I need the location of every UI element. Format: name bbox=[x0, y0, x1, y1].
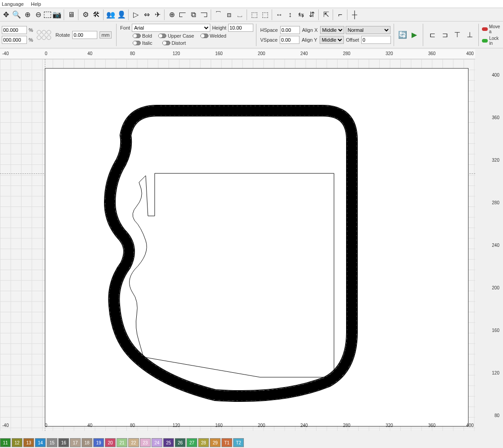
x-pos-field[interactable] bbox=[2, 26, 27, 34]
hspace-field[interactable] bbox=[280, 26, 300, 34]
camera-icon[interactable]: 📷 bbox=[52, 10, 62, 20]
toolbar-separator bbox=[78, 9, 79, 20]
move-front-icon[interactable]: ⇱ bbox=[321, 10, 331, 20]
ruler-tick: 240 bbox=[492, 243, 499, 248]
send-icon[interactable]: ✈ bbox=[152, 10, 162, 20]
ruler-tick: 280 bbox=[343, 423, 351, 428]
layer-swatch[interactable]: 23 bbox=[140, 438, 151, 447]
italic-toggle[interactable] bbox=[133, 41, 141, 45]
aligny-select[interactable]: Middle bbox=[320, 36, 344, 44]
layer-swatch[interactable]: 16 bbox=[58, 438, 69, 447]
ruler-tick: -40 bbox=[2, 51, 9, 56]
rotate-field[interactable] bbox=[72, 31, 97, 39]
layer-swatch[interactable]: 24 bbox=[152, 438, 162, 447]
bold-toggle[interactable] bbox=[133, 34, 141, 38]
lock-toggle[interactable] bbox=[482, 39, 488, 43]
wrench-icon[interactable]: 🛠 bbox=[91, 10, 101, 20]
refresh-icon[interactable]: 🔄 bbox=[398, 30, 408, 40]
hspace-label: HSpace bbox=[260, 27, 278, 33]
welded-toggle[interactable] bbox=[200, 34, 208, 38]
design-artwork[interactable] bbox=[103, 104, 359, 404]
person-icon[interactable]: 👤 bbox=[117, 10, 126, 20]
layer-swatch[interactable]: 27 bbox=[186, 438, 197, 447]
align-right-icon[interactable]: ⫎ bbox=[199, 10, 209, 20]
layer-swatch[interactable]: T1 bbox=[221, 438, 232, 447]
options-toolbar: % % Rotate mm Font Arial Height Bold Upp… bbox=[0, 22, 503, 48]
ruler-tick: 360 bbox=[492, 115, 499, 120]
design-grid bbox=[0, 59, 475, 431]
mirror-h-icon[interactable]: ⇔ bbox=[142, 10, 152, 20]
move-toggle[interactable] bbox=[482, 27, 488, 31]
layer-swatch[interactable]: 21 bbox=[117, 438, 127, 447]
italic-label: Italic bbox=[142, 40, 152, 46]
layer-swatch[interactable]: 20 bbox=[105, 438, 116, 447]
distribute-v-icon[interactable]: ⬚ bbox=[260, 10, 270, 20]
space-h-icon[interactable]: ⇆ bbox=[296, 10, 306, 20]
y-pos-field[interactable] bbox=[2, 36, 27, 44]
align-tool-2-icon[interactable]: ⊐ bbox=[440, 30, 450, 40]
pct-label: % bbox=[29, 37, 33, 43]
group-icon[interactable]: 👥 bbox=[106, 10, 116, 20]
toolbar-separator bbox=[247, 9, 247, 20]
layer-swatch[interactable]: T2 bbox=[233, 438, 244, 447]
selection-marquee-icon[interactable] bbox=[44, 12, 51, 18]
layer-swatch[interactable]: 13 bbox=[23, 438, 34, 447]
height-field[interactable] bbox=[228, 24, 253, 32]
zoom-in-icon[interactable]: ⊕ bbox=[22, 10, 32, 20]
unit-label[interactable]: mm bbox=[100, 31, 111, 39]
offset-field[interactable] bbox=[361, 36, 391, 44]
align-tool-4-icon[interactable]: ⊥ bbox=[465, 30, 475, 40]
align-center-v-icon[interactable]: ⧉ bbox=[188, 10, 198, 20]
align-tool-3-icon[interactable]: ⊤ bbox=[452, 30, 462, 40]
font-select[interactable]: Arial bbox=[132, 24, 210, 32]
uppercase-toggle[interactable] bbox=[158, 34, 166, 38]
flag-icon[interactable]: ▷ bbox=[131, 10, 141, 20]
alignx-select[interactable]: Middle bbox=[320, 26, 344, 34]
align-tool-1-icon[interactable]: ⊏ bbox=[427, 30, 437, 40]
menu-language[interactable]: Language bbox=[2, 1, 24, 7]
monitor-icon[interactable]: 🖥 bbox=[66, 10, 76, 20]
layer-swatch[interactable]: 18 bbox=[82, 438, 92, 447]
zoom-tool-icon[interactable]: 🔍 bbox=[12, 10, 22, 20]
gear-icon[interactable]: ⚙ bbox=[81, 10, 91, 20]
layer-swatch[interactable]: 26 bbox=[175, 438, 186, 447]
layer-swatch[interactable]: 14 bbox=[35, 438, 46, 447]
ruler-tick: 120 bbox=[173, 51, 180, 56]
center-icon[interactable]: ⊕ bbox=[167, 10, 177, 20]
same-width-icon[interactable]: ↔ bbox=[274, 10, 284, 20]
toolbar-separator bbox=[103, 9, 104, 20]
toolbar-separator bbox=[116, 24, 117, 46]
layer-swatch[interactable]: 25 bbox=[163, 438, 174, 447]
corner-icon[interactable]: ⌐ bbox=[335, 10, 345, 20]
snap-icon[interactable]: ┼ bbox=[350, 10, 360, 20]
layer-swatch[interactable]: 28 bbox=[198, 438, 209, 447]
toolbar-separator bbox=[211, 9, 212, 20]
ruler-tick: 40 bbox=[87, 423, 92, 428]
normal-select[interactable]: Normal bbox=[346, 26, 390, 34]
canvas-area[interactable]: -4004080120160200240280320360400 -400408… bbox=[0, 49, 475, 430]
distort-toggle[interactable] bbox=[162, 41, 170, 45]
toolbar-separator bbox=[128, 9, 129, 20]
layer-swatch[interactable]: 17 bbox=[70, 438, 81, 447]
offset-label: Offset bbox=[346, 37, 359, 43]
layer-swatch[interactable]: 11 bbox=[0, 438, 11, 447]
zoom-out-icon[interactable]: ⊖ bbox=[33, 10, 43, 20]
apply-icon[interactable]: ▶ bbox=[409, 30, 419, 40]
align-top-icon[interactable]: ⎴ bbox=[213, 10, 223, 20]
align-left-icon[interactable]: ⫍ bbox=[178, 10, 187, 20]
distribute-h-icon[interactable]: ⬚ bbox=[249, 10, 259, 20]
layer-swatch[interactable]: 29 bbox=[210, 438, 221, 447]
vspace-label: VSpace bbox=[260, 37, 278, 43]
vspace-field[interactable] bbox=[280, 36, 299, 44]
align-middle-h-icon[interactable]: ⧈ bbox=[224, 10, 234, 20]
menu-help[interactable]: Help bbox=[31, 1, 41, 7]
same-height-icon[interactable]: ↕ bbox=[285, 10, 295, 20]
align-bottom-icon[interactable]: ⎵ bbox=[235, 10, 245, 20]
move-tool-icon[interactable]: ✥ bbox=[1, 10, 11, 20]
layer-swatch[interactable]: 19 bbox=[93, 438, 104, 447]
layer-swatch[interactable]: 15 bbox=[47, 438, 57, 447]
ruler-tick: 360 bbox=[428, 423, 436, 428]
space-v-icon[interactable]: ⇵ bbox=[307, 10, 317, 20]
layer-swatch[interactable]: 22 bbox=[128, 438, 139, 447]
layer-swatch[interactable]: 12 bbox=[12, 438, 22, 447]
